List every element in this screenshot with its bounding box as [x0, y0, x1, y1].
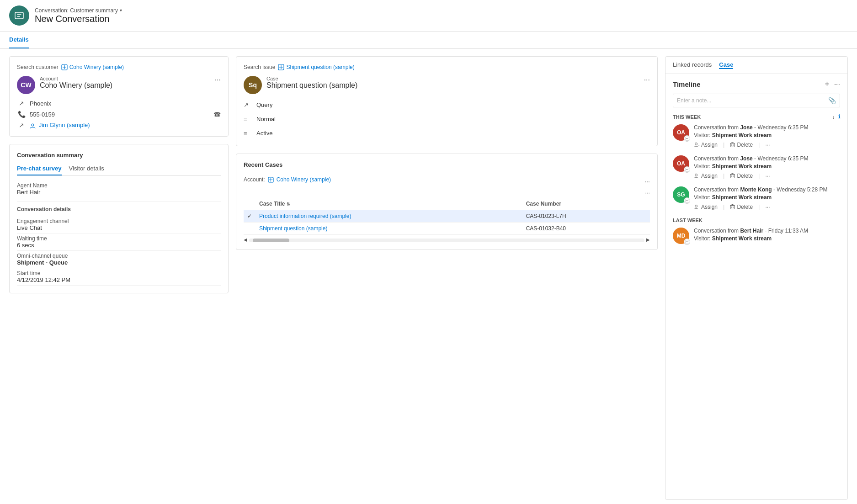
info-icon[interactable]: ℹ: [838, 114, 840, 120]
customer-details: ↗ Phoenix 📞 555-0159 ☎ ↗ Jim Glynn (samp…: [17, 100, 221, 129]
row-check-1: ✓: [244, 210, 256, 223]
last-week-label: LAST WEEK: [673, 218, 840, 223]
engagement-channel-row: Engagement channel Live Chat: [17, 216, 221, 233]
linked-records-tab[interactable]: Linked records: [673, 61, 712, 69]
table-row[interactable]: ✓ Product information required (sample) …: [244, 210, 650, 223]
table-header-row: Case Title ⇅ Case Number: [244, 198, 650, 210]
customer-name: Coho Winery (sample): [40, 81, 215, 90]
item-more-button-2[interactable]: ···: [766, 173, 770, 179]
sort-down-icon[interactable]: ↓: [832, 114, 835, 120]
case-query-row: ↗ Query: [244, 100, 650, 110]
assign-button-3[interactable]: Assign: [694, 204, 718, 210]
timeline-visitor-3: Visitor: Shipment Work stream: [694, 194, 840, 201]
scrollbar-track: [249, 239, 644, 242]
agent-name-section: Agent Name Bert Hair: [17, 182, 221, 196]
customer-info: Account Coho Winery (sample): [40, 76, 215, 90]
chevron-down-icon[interactable]: ▾: [120, 8, 122, 13]
timeline-avatar-1: OA: [673, 124, 689, 141]
case-name: Shipment question (sample): [266, 81, 644, 90]
customer-avatar: CW: [17, 76, 35, 94]
case-title-link-1[interactable]: Product information required (sample): [259, 213, 351, 219]
cases-table: Case Title ⇅ Case Number ✓ Product infor…: [244, 198, 650, 235]
delete-button-3[interactable]: Delete: [730, 204, 753, 210]
svg-rect-7: [730, 143, 735, 147]
case-tab[interactable]: Case: [719, 61, 733, 69]
call-icon[interactable]: ☎: [213, 111, 221, 118]
visitor-details-tab[interactable]: Visitor details: [69, 162, 104, 175]
item-more-button-3[interactable]: ···: [766, 204, 770, 210]
svg-point-6: [695, 143, 697, 145]
timeline-meta-2: Conversation from Jose - Wednesday 6:35 …: [694, 155, 840, 162]
table-row[interactable]: Shipment question (sample) CAS-01032-B40: [244, 223, 650, 235]
panel-body: Timeline + ··· Enter a note... 📎 THIS WE…: [665, 74, 847, 499]
customer-more-button[interactable]: ···: [215, 76, 221, 84]
timeline-actions-1: Assign | Delete | ···: [694, 141, 840, 148]
scroll-left-arrow[interactable]: ◀: [244, 237, 247, 242]
recent-cases-row-more[interactable]: ···: [645, 189, 650, 196]
case-title-1: Product information required (sample): [256, 210, 522, 223]
account-row: Account: Coho Winery (sample): [244, 176, 331, 183]
center-column: Search issue Shipment question (sample) …: [236, 56, 658, 500]
query-icon: ↗: [244, 101, 253, 108]
timeline-content-1: Conversation from Jose - Wednesday 6:35 …: [694, 124, 840, 148]
case-more-button[interactable]: ···: [644, 76, 650, 84]
attachment-icon[interactable]: 📎: [828, 97, 836, 104]
item-more-button-1[interactable]: ···: [766, 142, 770, 148]
recent-cases-card: Recent Cases Account: Coho Winery (sampl…: [236, 154, 658, 250]
note-placeholder[interactable]: Enter a note...: [677, 97, 711, 104]
note-input-row: Enter a note... 📎: [673, 94, 840, 107]
svg-point-2: [32, 124, 34, 126]
cases-table-container: Case Title ⇅ Case Number ✓ Product infor…: [244, 198, 650, 242]
avatar-badge-4: [684, 239, 690, 245]
account-link[interactable]: Coho Winery (sample): [268, 176, 331, 183]
panel-tab-bar: Linked records Case: [665, 57, 847, 74]
agent-name-value: Bert Hair: [17, 189, 221, 196]
customer-search-row: Search customer Coho Winery (sample): [17, 64, 221, 70]
account-label: Account: [40, 76, 215, 81]
delete-button-2[interactable]: Delete: [730, 173, 753, 179]
timeline-more-button[interactable]: ···: [834, 80, 840, 89]
header-subtitle: Conversation: Customer summary ▾: [35, 7, 122, 14]
case-card: Search issue Shipment question (sample) …: [236, 56, 658, 146]
scroll-right-arrow[interactable]: ▶: [646, 237, 650, 242]
customer-link[interactable]: Coho Winery (sample): [61, 64, 124, 70]
nav-bar: Details: [0, 32, 857, 49]
case-priority-row: ≡ Normal: [244, 114, 650, 124]
avatar-badge-1: [684, 135, 690, 142]
app-icon: [9, 5, 29, 26]
contact-row: ↗ Jim Glynn (sample): [17, 122, 221, 129]
scrollbar-thumb[interactable]: [253, 239, 289, 242]
search-customer-label: Search customer: [17, 64, 59, 70]
case-title-link-2[interactable]: Shipment question (sample): [259, 225, 327, 232]
svg-rect-10: [730, 175, 735, 178]
location-icon: ↗: [17, 100, 26, 107]
timeline-visitor-1: Visitor: Shipment Work stream: [694, 132, 840, 138]
contact-link[interactable]: Jim Glynn (sample): [30, 122, 90, 128]
assign-button-1[interactable]: Assign: [694, 142, 718, 148]
timeline-visitor-4: Visitor: Shipment Work stream: [694, 235, 840, 242]
conversation-details-fields: Engagement channel Live Chat Waiting tim…: [17, 216, 221, 286]
row-check-2: [244, 223, 256, 235]
timeline-add-button[interactable]: +: [825, 80, 830, 89]
agent-name-label: Agent Name: [17, 182, 221, 189]
timeline-avatar-3: SG: [673, 186, 689, 203]
customer-entity-header: CW Account Coho Winery (sample) ···: [17, 76, 221, 94]
nav-details-tab[interactable]: Details: [9, 32, 29, 48]
timeline-meta-4: Conversation from Bert Hair - Friday 11:…: [694, 228, 840, 234]
timeline-header: Timeline + ···: [673, 80, 840, 89]
phone-row: 📞 555-0159 ☎: [17, 111, 221, 118]
timeline-actions-2: Assign | Delete | ···: [694, 172, 840, 179]
case-title-header[interactable]: Case Title ⇅: [256, 198, 522, 210]
case-entity-header: Sq Case Shipment question (sample) ···: [244, 76, 650, 94]
case-number-header: Case Number: [522, 198, 650, 210]
recent-cases-more-button[interactable]: ···: [644, 178, 650, 185]
sort-icon[interactable]: ⇅: [287, 202, 290, 207]
delete-button-1[interactable]: Delete: [730, 142, 753, 148]
pre-chat-survey-tab[interactable]: Pre-chat survey: [17, 162, 62, 175]
case-link[interactable]: Shipment question (sample): [278, 64, 354, 70]
start-time-row: Start time 4/12/2019 12:42 PM: [17, 268, 221, 286]
conversation-details-label: Conversation details: [17, 201, 221, 212]
phone-icon: 📞: [17, 111, 26, 118]
case-type-label: Case: [266, 76, 644, 81]
assign-button-2[interactable]: Assign: [694, 173, 718, 179]
